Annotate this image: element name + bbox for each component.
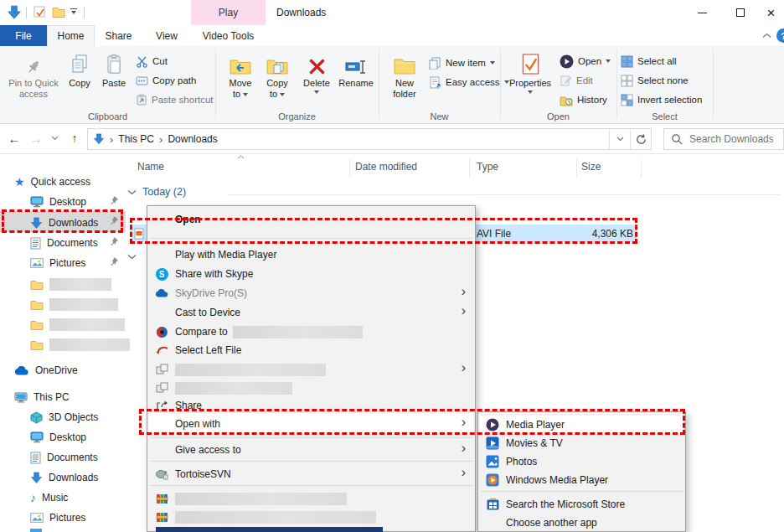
sidebar-item-onedrive[interactable]: OneDrive [14,361,78,380]
menu-item-redacted[interactable] [149,489,473,508]
sidebar-item-pc-music[interactable]: ♪ Music [30,488,68,507]
up-button[interactable]: ↑ [64,127,85,149]
minimize-button[interactable] [683,0,720,25]
menu-item-compare-to[interactable]: Compare to [149,323,473,341]
tab-file[interactable]: File [0,25,47,46]
paste-button[interactable]: Paste [97,50,131,89]
column-header-name[interactable]: Name [137,161,164,173]
rename-icon [345,50,368,75]
sidebar-item-pc-desktop[interactable]: Desktop [30,428,86,447]
compare-icon [154,324,169,339]
sidebar-item-pc-documents[interactable]: Documents [30,448,98,467]
new-item-button[interactable]: New item [429,54,495,71]
sidebar-item-this-pc[interactable]: This PC [14,388,70,406]
submenu-item-media-player[interactable]: Media Player [480,416,683,433]
media-player-icon [485,417,500,432]
maximize-button[interactable] [722,0,759,25]
tab-view[interactable]: View [142,25,191,46]
copy-button[interactable]: Copy [64,50,95,89]
column-separator[interactable] [469,159,470,178]
copy-to-button[interactable]: Copy to [260,50,295,100]
search-input[interactable] [689,133,773,145]
tab-home[interactable]: Home [47,25,95,46]
copy-to-label-1: Copy [266,78,288,89]
cut-button[interactable]: Cut [136,53,168,70]
menu-item-tortoisesvn[interactable]: TortoiseSVN › [149,465,473,483]
tab-share[interactable]: Share [95,25,142,46]
recent-locations-chevron-icon[interactable] [47,127,62,149]
history-button[interactable]: History [560,91,607,108]
address-box[interactable]: › This PC › Downloads [87,128,652,150]
address-dropdown-chevron-icon[interactable] [609,129,630,149]
menu-item-open[interactable]: Open [149,210,473,229]
help-icon[interactable]: ? [776,28,784,43]
search-box[interactable] [663,128,784,150]
sidebar-item-3d-objects[interactable]: 3D Objects [30,408,98,426]
menu-item-cast-to-device[interactable]: Cast to Device › [149,303,473,322]
breadcrumb-downloads[interactable]: Downloads [168,133,217,145]
sidebar-item-quick-access[interactable]: ★ Quick access [14,173,90,191]
new-folder-button[interactable]: New folder [385,50,424,100]
qat-newfolder-button[interactable] [52,6,65,18]
submenu-item-search-microsoft-store[interactable]: Search the Microsoft Store [480,495,683,513]
sidebar-item-redacted[interactable] [30,335,130,354]
sidebar-item-redacted[interactable] [30,295,118,313]
sidebar-item-documents[interactable]: Documents [30,234,98,252]
easy-access-button[interactable]: Easy access [429,74,509,90]
submenu-item-photos[interactable]: Photos [480,452,683,470]
menu-item-play-with-media-player[interactable]: Play with Media Player [149,245,473,264]
column-separator[interactable] [641,159,642,178]
group-collapse-chevron-icon[interactable] [127,254,137,260]
menu-label: Share with Skype [175,268,253,280]
properties-button[interactable]: Properties [506,50,554,94]
copy-path-button[interactable]: Copy path [136,72,196,89]
menu-item-give-access-to[interactable]: Give access to › [149,441,473,459]
sidebar-item-redacted[interactable] [30,315,125,333]
forward-button[interactable]: → [25,127,47,149]
windows-media-player-icon [485,473,500,488]
menu-item-skydrive-pro[interactable]: SkyDrive Pro(S) › [149,284,473,302]
invert-selection-button[interactable]: Invert selection [621,91,702,108]
tab-video-tools[interactable]: Video Tools [191,25,266,46]
sidebar-item-pc-pictures[interactable]: Pictures [30,509,85,527]
qat-properties-button[interactable] [34,6,46,18]
sidebar-item-pc-downloads[interactable]: Downloads [30,468,98,487]
group-collapse-chevron-icon[interactable] [127,189,137,195]
column-header-date-modified[interactable]: Date modified [355,161,417,173]
select-none-button[interactable]: Select none [621,72,689,89]
column-header-size[interactable]: Size [581,161,601,173]
sidebar-item-downloads[interactable]: Downloads [30,214,98,232]
qat-customize-button[interactable] [70,8,77,14]
paste-shortcut-button[interactable]: Paste shortcut [136,91,214,108]
menu-item-share-with-skype[interactable]: S Share with Skype [149,265,473,283]
back-button[interactable]: ← [3,127,25,149]
menu-item-redacted[interactable] [149,379,473,397]
pin-icon [110,237,119,246]
column-header-type[interactable]: Type [477,161,498,173]
sidebar-item-pictures[interactable]: Pictures [30,254,85,272]
edit-button[interactable]: Edit [560,72,593,89]
sidebar-item-redacted[interactable] [30,275,111,293]
column-separator[interactable] [576,159,577,178]
menu-item-open-with[interactable]: Open with › [149,413,473,435]
collapse-ribbon-chevron-icon[interactable] [762,33,771,39]
submenu-item-movies-tv[interactable]: Movies & TV [480,434,683,452]
menu-item-redacted[interactable] [149,508,473,526]
menu-item-redacted[interactable]: › [149,360,473,379]
open-button[interactable]: Open [560,53,611,70]
select-all-button[interactable]: Select all [621,53,677,70]
refresh-icon[interactable] [630,129,651,149]
submenu-item-choose-another-app[interactable]: Choose another app [480,514,683,531]
rename-button[interactable]: Rename [335,50,377,89]
pin-to-quick-access-button[interactable]: Pin to Quick access [7,50,60,100]
menu-item-select-left-file[interactable]: Select Left File [149,341,473,359]
group-header-today[interactable]: Today (2) [142,186,186,198]
breadcrumb-this-pc[interactable]: This PC [118,133,154,145]
move-to-button[interactable]: Move to [223,50,258,100]
redacted-text [175,493,347,505]
column-separator[interactable] [349,159,350,178]
close-button[interactable]: × [758,0,784,25]
delete-button[interactable]: Delete [298,50,335,94]
sidebar-item-desktop[interactable]: Desktop [30,193,86,211]
submenu-item-windows-media-player[interactable]: Windows Media Player [480,471,683,488]
